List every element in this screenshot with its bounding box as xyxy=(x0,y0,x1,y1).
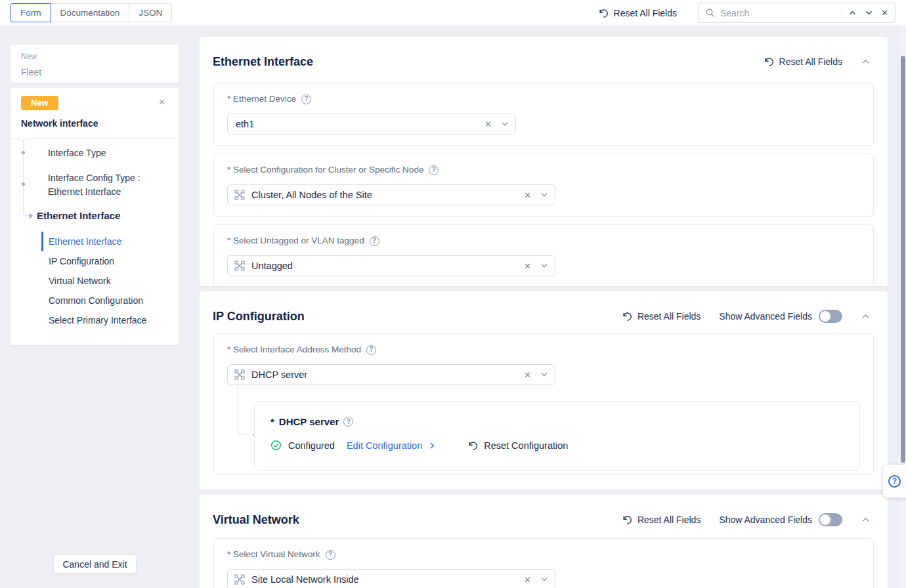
view-tabs: Form Documentation JSON xyxy=(11,3,172,22)
chevron-up-icon[interactable] xyxy=(848,9,857,17)
field-label: * Select Untagged or VLAN tagged xyxy=(227,236,364,246)
select-value: eth1 xyxy=(236,119,254,129)
section-reset-button[interactable]: Reset All Fields xyxy=(622,311,701,322)
collapse-caret-icon[interactable] xyxy=(862,314,869,319)
help-icon[interactable]: ? xyxy=(429,165,439,175)
help-icon[interactable]: ? xyxy=(370,236,379,246)
advanced-fields-group: Show Advanced Fields xyxy=(719,310,842,323)
advanced-fields-toggle[interactable] xyxy=(819,310,842,323)
required-mark: * xyxy=(270,416,274,427)
virtual-network-select[interactable]: Site Local Network Inside ✕ xyxy=(227,569,555,588)
search-input[interactable] xyxy=(720,8,839,18)
section-title: Virtual Network xyxy=(213,513,622,527)
select-value: Cluster, All Nodes of the Site xyxy=(251,190,372,200)
reset-configuration-label: Reset Configuration xyxy=(484,440,568,451)
substep-ip-configuration[interactable]: IP Configuration xyxy=(41,251,175,271)
section-reset-label: Reset All Fields xyxy=(637,311,701,322)
substep-virtual-network[interactable]: Virtual Network xyxy=(41,271,175,291)
section-ip-configuration: IP Configuration Reset All Fields Show A… xyxy=(200,291,888,490)
nested-title: DHCP server xyxy=(279,416,339,427)
field-label: * Select Configuration for Cluster or Sp… xyxy=(227,165,423,175)
topbar-actions: Reset All Fields ✕ xyxy=(598,3,906,23)
chevron-down-icon[interactable] xyxy=(540,262,548,270)
clear-icon[interactable]: ✕ xyxy=(523,191,532,200)
clear-icon[interactable]: ✕ xyxy=(523,262,532,270)
help-icon[interactable]: ? xyxy=(366,345,376,355)
select-value: Site Local Network Inside xyxy=(251,574,359,585)
section-title: IP Configuration xyxy=(213,310,622,324)
step-interface-config-type[interactable]: Interface Config Type : Ethernet Interfa… xyxy=(48,171,172,199)
help-button[interactable]: ? xyxy=(883,465,906,497)
field-label-row: * Select Interface Address Method ? xyxy=(227,345,860,355)
field-label: * Select Virtual Network xyxy=(227,549,320,560)
search-nav: ✕ xyxy=(848,9,888,17)
substep-common-configuration[interactable]: Common Configuration xyxy=(41,291,175,310)
substep-select-primary-interface[interactable]: Select Primary Interface xyxy=(41,310,175,330)
section-reset-label: Reset All Fields xyxy=(779,56,842,67)
section-reset-button[interactable]: Reset All Fields xyxy=(622,514,701,525)
wizard-nav-panel: New ✕ Network interface Interface Type I… xyxy=(11,88,179,345)
section-ethernet-interface: Ethernet Interface Reset All Fields * Et… xyxy=(200,37,888,286)
field-label: * Ethernet Device xyxy=(227,94,296,104)
tab-documentation[interactable]: Documentation xyxy=(51,3,130,22)
search-box: ✕ xyxy=(698,3,895,23)
toggle-knob xyxy=(820,514,830,525)
clear-icon[interactable]: ✕ xyxy=(523,576,532,584)
help-icon[interactable]: ? xyxy=(301,94,311,104)
clear-icon[interactable]: ✕ xyxy=(523,371,532,379)
chevron-down-icon[interactable] xyxy=(865,9,873,17)
chevron-down-icon[interactable] xyxy=(540,371,548,379)
wizard-nav-header: New ✕ xyxy=(21,96,168,110)
field-address-method: * Select Interface Address Method ? DHCP… xyxy=(213,333,874,475)
collapse-caret-icon[interactable] xyxy=(862,59,869,64)
help-icon[interactable]: ? xyxy=(343,417,353,427)
address-method-select[interactable]: DHCP server ✕ xyxy=(227,364,555,385)
advanced-fields-toggle[interactable] xyxy=(819,513,842,526)
untagged-vlan-select[interactable]: Untagged ✕ xyxy=(227,255,555,276)
undo-icon xyxy=(622,311,632,322)
reset-all-fields-button[interactable]: Reset All Fields xyxy=(598,8,677,18)
context-object-label[interactable]: Fleet xyxy=(21,67,168,77)
scrollbar-thumb[interactable] xyxy=(901,56,905,463)
undo-icon xyxy=(598,8,609,18)
tree-dot-icon xyxy=(22,151,25,154)
chevron-down-icon[interactable] xyxy=(540,576,548,583)
cancel-and-exit-button[interactable]: Cancel and Exit xyxy=(53,555,137,574)
tab-json[interactable]: JSON xyxy=(129,3,172,22)
reset-configuration-button[interactable]: Reset Configuration xyxy=(467,440,568,451)
wizard-substeps: Ethernet Interface IP Configuration Virt… xyxy=(41,232,175,330)
step-interface-type[interactable]: Interface Type xyxy=(48,146,172,160)
chevron-down-icon[interactable] xyxy=(501,120,509,128)
configured-status: Configured xyxy=(288,440,335,451)
panel-divider xyxy=(11,138,179,139)
section-header: Ethernet Interface Reset All Fields xyxy=(200,37,888,70)
dhcp-server-card: * DHCP server ? Configured Edit Configur… xyxy=(254,401,860,471)
section-title: Ethernet Interface xyxy=(213,55,764,69)
tab-form[interactable]: Form xyxy=(11,3,51,22)
clear-icon[interactable]: ✕ xyxy=(483,120,493,129)
nested-connector-dot xyxy=(252,434,254,436)
field-label-row: * Select Untagged or VLAN tagged ? xyxy=(227,236,860,246)
section-reset-button[interactable]: Reset All Fields xyxy=(764,56,842,67)
edit-configuration-label: Edit Configuration xyxy=(347,440,422,451)
collapse-caret-icon[interactable] xyxy=(862,517,869,522)
chevron-down-icon[interactable] xyxy=(540,191,548,199)
panel-close-icon[interactable]: ✕ xyxy=(156,96,168,108)
one-of-icon xyxy=(234,574,245,585)
search-close-icon[interactable]: ✕ xyxy=(881,9,888,17)
field-untagged-vlan: * Select Untagged or VLAN tagged ? Untag… xyxy=(213,224,874,287)
edit-configuration-link[interactable]: Edit Configuration xyxy=(347,440,436,451)
scrollbar-track[interactable] xyxy=(900,26,906,588)
advanced-fields-label: Show Advanced Fields xyxy=(719,311,812,322)
nested-connector-line xyxy=(238,381,249,435)
step-ethernet-interface[interactable]: Ethernet Interface xyxy=(37,209,172,222)
nested-title-row: * DHCP server ? xyxy=(270,416,844,427)
check-circle-icon xyxy=(270,440,282,451)
help-icon[interactable]: ? xyxy=(326,550,335,560)
substep-ethernet-interface[interactable]: Ethernet Interface xyxy=(41,232,175,251)
context-card: New Fleet xyxy=(11,45,179,83)
cluster-or-node-select[interactable]: Cluster, All Nodes of the Site ✕ xyxy=(227,184,555,205)
ethernet-device-select[interactable]: eth1 ✕ xyxy=(227,114,516,135)
advanced-fields-group: Show Advanced Fields xyxy=(719,513,842,526)
reset-all-fields-label: Reset All Fields xyxy=(614,8,677,18)
